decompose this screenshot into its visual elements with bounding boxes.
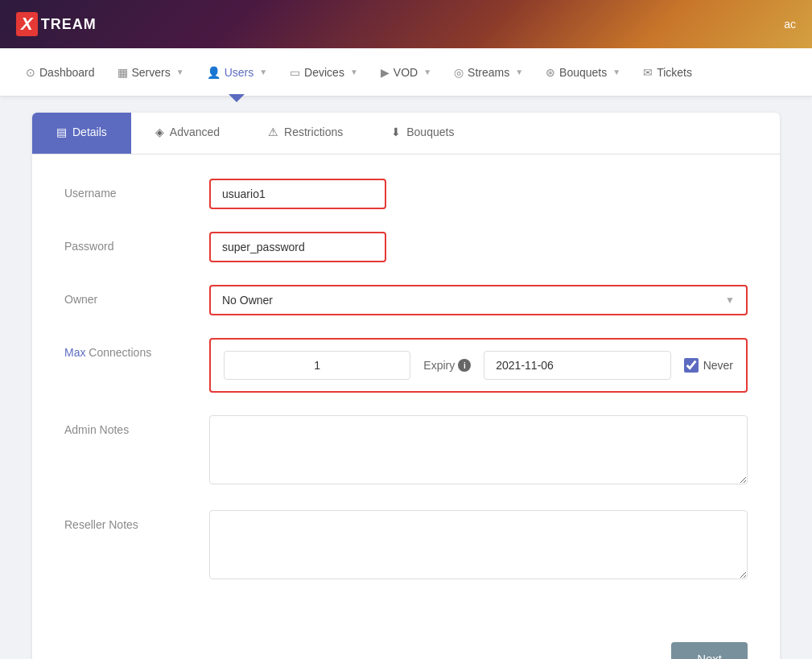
- expiry-text: Expiry: [423, 359, 455, 372]
- next-button[interactable]: Next: [671, 642, 748, 659]
- main-content: ▤ Details ◈ Advanced ⚠ Restrictions ⬇ Bo…: [0, 97, 812, 659]
- password-highlight: [209, 232, 386, 262]
- restrictions-tab-icon: ⚠: [268, 126, 278, 138]
- nav-tickets[interactable]: ✉ Tickets: [633, 60, 702, 85]
- main-nav: ⊙ Dashboard ▦ Servers ▼ 👤 Users ▼ ▭ Devi…: [0, 48, 812, 97]
- connections-highlight: Expiry i Never: [209, 338, 748, 393]
- devices-chevron-icon: ▼: [350, 68, 358, 76]
- details-tab-icon: ▤: [56, 126, 67, 138]
- tab-details[interactable]: ▤ Details: [32, 113, 131, 154]
- user-form-card: ▤ Details ◈ Advanced ⚠ Restrictions ⬇ Bo…: [32, 113, 780, 659]
- tickets-icon: ✉: [643, 66, 653, 79]
- nav-streams-label: Streams: [468, 66, 509, 79]
- tab-advanced-label: Advanced: [170, 126, 220, 138]
- nav-vod-label: VOD: [394, 66, 418, 79]
- nav-servers[interactable]: ▦ Servers ▼: [108, 60, 194, 85]
- expiry-label: Expiry i: [423, 359, 471, 372]
- nav-users[interactable]: 👤 Users ▼: [197, 60, 277, 85]
- nav-devices[interactable]: ▭ Devices ▼: [280, 60, 368, 85]
- form-tabs: ▤ Details ◈ Advanced ⚠ Restrictions ⬇ Bo…: [32, 113, 780, 154]
- tab-advanced[interactable]: ◈ Advanced: [131, 113, 244, 154]
- password-label: Password: [64, 232, 209, 253]
- users-dropdown-arrow: [229, 94, 245, 102]
- reseller-notes-textarea[interactable]: [209, 510, 748, 579]
- admin-notes-input-area: [209, 415, 748, 488]
- vod-icon: ▶: [381, 66, 390, 79]
- nav-dashboard-label: Dashboard: [39, 66, 95, 79]
- username-row: Username: [64, 179, 748, 209]
- nav-users-label: Users: [225, 66, 254, 79]
- username-input[interactable]: [209, 179, 386, 209]
- header: X TREAM ac: [0, 0, 812, 48]
- admin-notes-label: Admin Notes: [64, 415, 209, 436]
- password-input-area: [209, 232, 748, 262]
- nav-devices-label: Devices: [304, 66, 344, 79]
- nav-dashboard[interactable]: ⊙ Dashboard: [16, 60, 105, 85]
- devices-icon: ▭: [290, 66, 300, 79]
- tab-restrictions-label: Restrictions: [284, 126, 343, 138]
- tab-details-label: Details: [72, 126, 107, 138]
- bouquets-chevron-icon: ▼: [612, 68, 620, 76]
- reseller-notes-label: Reseller Notes: [64, 510, 209, 531]
- bouquets-tab-icon: ⬇: [391, 126, 401, 138]
- owner-select-wrapper: No Owner ▼: [211, 286, 746, 314]
- max-connections-label: Max Connections: [64, 338, 209, 359]
- bouquets-icon: ⊛: [546, 66, 555, 79]
- admin-notes-row: Admin Notes: [64, 415, 748, 488]
- never-checkbox[interactable]: [684, 358, 699, 373]
- tab-restrictions[interactable]: ⚠ Restrictions: [244, 113, 367, 154]
- owner-input-area: No Owner ▼: [209, 285, 748, 315]
- reseller-notes-row: Reseller Notes: [64, 510, 748, 583]
- username-label: Username: [64, 179, 209, 200]
- servers-chevron-icon: ▼: [176, 68, 184, 76]
- logo-tream: TREAM: [41, 16, 97, 33]
- logo: X TREAM: [16, 12, 97, 36]
- streams-icon: ◎: [454, 66, 464, 79]
- admin-notes-textarea[interactable]: [209, 415, 748, 484]
- nav-bouquets-label: Bouquets: [559, 66, 607, 79]
- streams-chevron-icon: ▼: [515, 68, 523, 76]
- tab-bouquets-label: Bouquets: [406, 126, 454, 138]
- users-chevron-icon: ▼: [259, 68, 267, 76]
- nav-vod[interactable]: ▶ VOD ▼: [371, 60, 441, 85]
- owner-label: Owner: [64, 285, 209, 306]
- logo-x: X: [16, 12, 38, 36]
- max-label-blue: Max: [64, 346, 85, 359]
- username-input-area: [209, 179, 748, 209]
- form-body: Username Password Owner: [32, 154, 780, 629]
- max-connections-row: Max Connections Expiry i Never: [64, 338, 748, 393]
- servers-icon: ▦: [117, 66, 128, 79]
- vod-chevron-icon: ▼: [423, 68, 431, 76]
- expiry-info-icon[interactable]: i: [458, 359, 471, 372]
- users-icon: 👤: [207, 66, 221, 79]
- dashboard-icon: ⊙: [26, 66, 35, 79]
- password-row: Password: [64, 232, 748, 262]
- max-connections-input-area: Expiry i Never: [209, 338, 748, 393]
- expiry-date-input[interactable]: [484, 351, 670, 380]
- password-input[interactable]: [209, 232, 386, 262]
- nav-servers-label: Servers: [132, 66, 171, 79]
- never-text: Never: [703, 359, 733, 372]
- header-user: ac: [784, 18, 796, 31]
- form-footer: Next: [32, 629, 780, 659]
- never-label[interactable]: Never: [684, 358, 733, 373]
- owner-highlight: No Owner ▼: [209, 285, 748, 315]
- advanced-tab-icon: ◈: [155, 126, 164, 138]
- owner-row: Owner No Owner ▼: [64, 285, 748, 315]
- nav-tickets-label: Tickets: [657, 66, 692, 79]
- tab-bouquets[interactable]: ⬇ Bouquets: [367, 113, 478, 154]
- nav-bouquets[interactable]: ⊛ Bouquets ▼: [536, 60, 630, 85]
- nav-streams[interactable]: ◎ Streams ▼: [444, 60, 533, 85]
- username-highlight: [209, 179, 386, 209]
- max-connections-input[interactable]: [224, 351, 410, 380]
- reseller-notes-input-area: [209, 510, 748, 583]
- owner-select[interactable]: No Owner: [211, 286, 746, 314]
